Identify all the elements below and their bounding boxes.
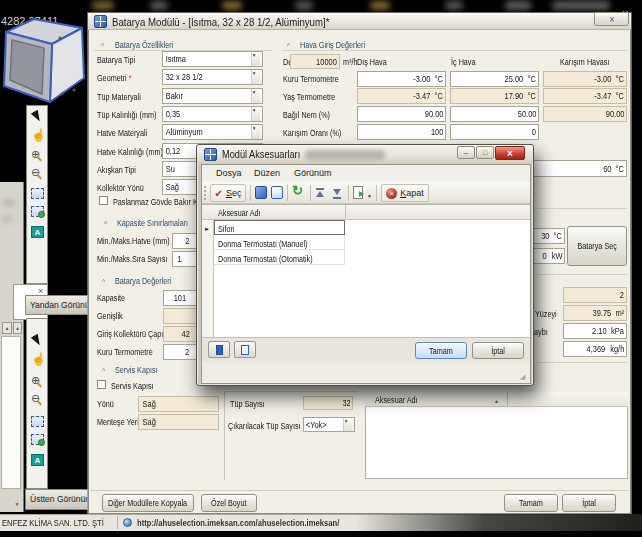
kuru-dis-field[interactable]: -3.00°C <box>357 71 446 87</box>
collapse-icon[interactable]: ∧ <box>286 41 291 47</box>
oran-ic-field[interactable]: 0 <box>450 124 539 140</box>
stainless-checkbox[interactable] <box>99 196 108 205</box>
oran-dis-field[interactable]: 100 <box>357 124 446 140</box>
export-caret-icon[interactable]: ▼ <box>367 191 372 201</box>
close-circle-icon: × <box>386 188 397 199</box>
chevron-down-icon[interactable]: ▼ <box>251 70 261 84</box>
copy-to-modules-button[interactable]: Diğer Modüllere Kopyala <box>102 494 194 512</box>
hatve-materyali-select[interactable]: Alüminyum▼ <box>162 124 263 140</box>
field-label: Tüp Materyali <box>97 92 141 102</box>
chevron-down-icon[interactable]: ▼ <box>251 125 261 139</box>
scroll-down-button[interactable]: ▼ <box>12 498 22 510</box>
menu-duzen[interactable]: Düzen <box>254 168 280 178</box>
sort-asc-icon[interactable]: ▲ <box>494 396 499 406</box>
geometri-select[interactable]: 32 x 28 1/2▼ <box>162 69 263 85</box>
zoom-in-icon[interactable]: ⊕ <box>31 375 40 386</box>
pan-hand-icon[interactable]: ☝ <box>31 130 46 140</box>
side-view-caption[interactable]: Yandan Görünüm <box>25 295 88 315</box>
redacted-title-blob <box>305 150 385 160</box>
pan-hand-icon[interactable]: ☝ <box>31 354 46 364</box>
maximize-button[interactable]: □ <box>476 146 494 159</box>
blue-doc-icon <box>216 345 223 355</box>
unit-3d-preview[interactable] <box>2 14 88 106</box>
nem-ic-field[interactable]: 50.00 <box>450 106 539 122</box>
grid-column-header[interactable]: Aksesuar Adı <box>375 395 418 405</box>
detail-view-button[interactable] <box>208 341 230 358</box>
checkbox-label: Paslanmaz Gövde Bakır K <box>113 197 198 207</box>
field-label: Min./Maks.Hatve (mm) <box>97 236 170 246</box>
menu-gorunum[interactable]: Görünüm <box>294 168 332 178</box>
field-label: Batarya Tipi <box>97 55 135 65</box>
flow-field[interactable]: 4,369kg/h <box>563 341 627 357</box>
cancel-button[interactable]: İptal <box>562 494 616 512</box>
copy-icon[interactable] <box>255 186 267 199</box>
servis-kapisi-checkbox[interactable] <box>97 380 106 389</box>
select-region-icon[interactable] <box>31 416 44 427</box>
export-arrow <box>359 191 364 197</box>
kuru-ic-field[interactable]: 25.00°C <box>450 71 539 87</box>
list-item-label[interactable]: Sifon <box>218 224 234 234</box>
field-label: Giriş Kollektörü Çapı <box>97 329 163 339</box>
first-record-icon[interactable] <box>315 188 326 199</box>
row-label: Kuru Termometre <box>283 74 339 84</box>
select-region-icon[interactable] <box>31 188 44 199</box>
window-icon <box>94 15 107 28</box>
ok-button[interactable]: Tamam <box>504 494 558 512</box>
select-options-icon[interactable] <box>31 434 44 445</box>
dialog-ok-button[interactable]: Tamam <box>415 342 467 359</box>
scroll-up-button[interactable]: ▲ <box>13 322 22 334</box>
chevron-down-icon[interactable]: ▼ <box>251 107 261 121</box>
kapat-toolbar-button[interactable]: ×Kapat <box>381 184 429 202</box>
nem-dis-field[interactable]: 90.00 <box>357 106 446 122</box>
resize-grip-icon[interactable]: ◢ <box>520 372 525 382</box>
check-icon: ✔ <box>215 188 223 199</box>
annotate-icon[interactable]: A <box>31 226 44 238</box>
sec-toolbar-button[interactable]: ✔Seç <box>210 184 246 202</box>
batarya-tipi-select[interactable]: Isıtma▼ <box>162 51 263 67</box>
list-view-button[interactable] <box>234 341 256 358</box>
blurred-toolbar-blob <box>445 1 463 10</box>
scroll-up-button[interactable]: ▲ <box>2 322 12 334</box>
tup-materyali-select[interactable]: Bakır▼ <box>162 88 263 104</box>
dialog-cancel-button[interactable]: İptal <box>472 342 524 359</box>
select-options-icon[interactable] <box>31 206 44 217</box>
last-record-icon[interactable] <box>332 188 343 199</box>
list-item-label[interactable]: Donma Termostatı (Manuel) <box>218 239 307 249</box>
statusbar-shade <box>355 514 642 531</box>
pressure-drop-field[interactable]: 2.10kPa <box>563 323 627 339</box>
collapse-icon[interactable]: ∧ <box>103 219 108 225</box>
annotate-icon[interactable]: A <box>31 454 44 466</box>
zoom-in-icon[interactable]: ⊕ <box>31 149 40 160</box>
custom-size-button[interactable]: Özel Boyut <box>201 494 257 512</box>
minimize-button[interactable]: – <box>457 146 475 159</box>
menubar <box>202 165 530 182</box>
section-title: Batarya Özellikleri <box>115 40 173 50</box>
status-url[interactable]: http://ahuselection.imeksan.com/ahuselec… <box>137 518 339 528</box>
list-column-header[interactable]: Aksesuar Adı <box>218 208 261 218</box>
blue-outline-icon <box>241 345 249 355</box>
row-label: Yaş Termometre <box>283 92 335 102</box>
cikarilacak-tup-select[interactable]: <Yok>▼ <box>303 417 355 432</box>
zoom-out-icon[interactable]: ⊖ <box>31 393 40 404</box>
blurred-toolbar-blob <box>505 1 531 10</box>
field-label: Yönü <box>97 399 114 409</box>
main-close-button[interactable]: × <box>594 12 629 26</box>
collapse-icon[interactable]: ∧ <box>101 366 106 372</box>
panel-smudge <box>2 216 12 221</box>
top-view-caption[interactable]: Üstten Görünüm <box>25 489 88 510</box>
paste-icon[interactable] <box>271 186 283 199</box>
refresh-icon[interactable]: ↻ <box>292 186 303 196</box>
batarya-sec-button[interactable]: Batarya Seç <box>567 226 627 266</box>
field-label: Hatve Kalınlığı (mm) <box>97 147 163 157</box>
close-button[interactable]: × <box>495 146 525 160</box>
collapse-icon[interactable]: ∧ <box>101 277 106 283</box>
blurred-toolbar-blob <box>552 1 610 10</box>
chevron-down-icon[interactable]: ▼ <box>251 89 261 103</box>
menu-dosya[interactable]: Dosya <box>216 168 242 178</box>
chevron-down-icon[interactable]: ▼ <box>251 52 261 66</box>
list-item-label[interactable]: Donma Termostatı (Otomatik) <box>218 254 313 264</box>
zoom-out-icon[interactable]: ⊖ <box>31 167 40 178</box>
tup-kalinligi-select[interactable]: 0,35▼ <box>162 106 263 122</box>
chevron-down-icon[interactable]: ▼ <box>343 418 353 431</box>
collapse-icon[interactable]: ∧ <box>100 41 105 47</box>
